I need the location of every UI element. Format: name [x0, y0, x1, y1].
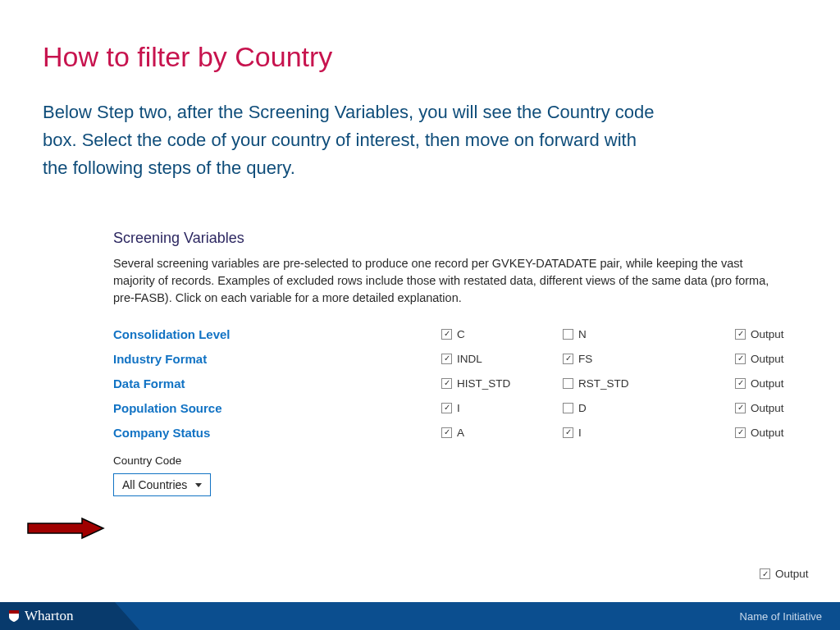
row-industry: Industry Format INDL FS Output: [113, 346, 802, 371]
chk-output-bottom[interactable]: [760, 568, 770, 579]
bottom-output: Output: [760, 568, 809, 580]
link-company[interactable]: Company Status: [113, 426, 441, 440]
lbl: D: [578, 402, 587, 414]
footer-right-text: Name of Initiative: [740, 610, 840, 623]
chk-output[interactable]: [735, 329, 746, 340]
chk-d[interactable]: [563, 403, 573, 413]
row-population: Population Source I D Output: [113, 395, 802, 420]
chk-output[interactable]: [735, 427, 746, 438]
chk-i2[interactable]: [563, 427, 573, 438]
link-population[interactable]: Population Source: [113, 401, 441, 415]
lbl: C: [457, 328, 465, 340]
shield-icon: [8, 609, 20, 623]
caret-down-icon: [195, 483, 202, 487]
page-title: How to filter by Country: [43, 41, 332, 73]
footer-bar: Wharton Name of Initiative: [0, 602, 840, 630]
lbl: Output: [751, 402, 784, 414]
lbl: HIST_STD: [457, 377, 510, 390]
chk-c[interactable]: [441, 329, 452, 340]
row-company: Company Status A I Output: [113, 420, 802, 445]
lbl: RST_STD: [578, 377, 629, 390]
link-dataformat[interactable]: Data Format: [113, 377, 441, 390]
chk-output[interactable]: [735, 378, 746, 389]
arrow-right-icon: [25, 516, 107, 541]
country-code-label: Country Code: [113, 454, 802, 467]
link-industry[interactable]: Industry Format: [113, 352, 441, 366]
screening-paragraph: Several screening variables are pre-sele…: [113, 255, 786, 307]
screening-heading: Screening Variables: [113, 230, 802, 247]
row-consolidation: Consolidation Level C N Output: [113, 322, 802, 346]
lbl: I: [578, 427, 582, 439]
intro-text: Below Step two, after the Screening Vari…: [43, 98, 666, 182]
chk-fs[interactable]: [563, 354, 573, 364]
chk-rst[interactable]: [563, 378, 573, 389]
lbl: Output: [751, 328, 784, 340]
chk-hist[interactable]: [441, 378, 452, 389]
brand-text: Wharton: [25, 608, 73, 624]
chk-output[interactable]: [735, 354, 746, 364]
row-dataformat: Data Format HIST_STD RST_STD Output: [113, 371, 802, 395]
svg-rect-1: [9, 610, 19, 614]
link-consolidation[interactable]: Consolidation Level: [113, 327, 441, 341]
chk-n[interactable]: [563, 329, 573, 340]
chk-indl[interactable]: [441, 354, 452, 364]
chk-output[interactable]: [735, 403, 746, 413]
lbl: Output: [751, 427, 784, 439]
lbl: Output: [775, 568, 809, 580]
lbl: INDL: [457, 353, 482, 365]
screening-rows: Consolidation Level C N Output Industry …: [113, 322, 802, 445]
lbl: N: [578, 328, 587, 340]
dropdown-value: All Countries: [122, 478, 187, 491]
lbl: I: [457, 402, 460, 414]
lbl: Output: [751, 377, 784, 390]
chk-i[interactable]: [441, 403, 452, 413]
chk-a[interactable]: [441, 427, 452, 438]
footer-brand: Wharton: [0, 602, 115, 630]
screening-panel: Screening Variables Several screening va…: [113, 230, 802, 496]
lbl: FS: [578, 353, 592, 365]
lbl: A: [457, 427, 464, 439]
lbl: Output: [751, 353, 784, 365]
svg-marker-0: [28, 518, 103, 538]
country-code-dropdown[interactable]: All Countries: [113, 473, 211, 496]
